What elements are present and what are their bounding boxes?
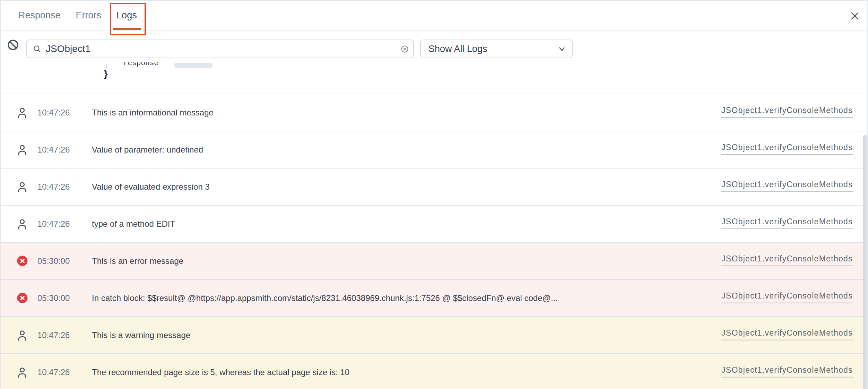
user-icon bbox=[17, 218, 27, 230]
log-source-link[interactable]: JSObject1.verifyConsoleMethods bbox=[721, 180, 853, 192]
tab-logs[interactable]: Logs bbox=[116, 0, 137, 30]
search-icon bbox=[33, 45, 41, 53]
log-message: This is an informational message bbox=[92, 108, 214, 118]
log-message: This is a warning message bbox=[92, 330, 190, 340]
log-source-link[interactable]: JSObject1.verifyConsoleMethods bbox=[721, 254, 853, 266]
log-row[interactable]: 10:47:26 This is an informational messag… bbox=[1, 94, 867, 131]
ban-icon bbox=[7, 39, 19, 51]
log-timestamp: 05:30:00 bbox=[37, 256, 70, 266]
log-message: Value of evaluated expression 3 bbox=[92, 182, 210, 192]
log-timestamp: 10:47:26 bbox=[37, 108, 70, 118]
log-filter-dropdown[interactable]: Show All Logs bbox=[420, 40, 573, 58]
clear-logs-button[interactable] bbox=[6, 38, 19, 51]
log-row[interactable]: 10:47:26 This is a warning message JSObj… bbox=[1, 317, 867, 354]
log-message: In catch block: $$result@ @https://app.a… bbox=[92, 293, 558, 303]
json-key-response: response bbox=[123, 62, 158, 67]
clear-search-icon[interactable] bbox=[401, 45, 409, 53]
tab-errors-label: Errors bbox=[76, 10, 102, 21]
log-timestamp: 10:47:26 bbox=[37, 145, 70, 155]
user-icon bbox=[17, 107, 27, 118]
log-timestamp: 10:47:26 bbox=[37, 219, 70, 229]
log-list: 10:47:26 This is an informational messag… bbox=[1, 94, 867, 389]
log-row[interactable]: 05:30:00 This is an error message JSObje… bbox=[1, 243, 867, 280]
log-row[interactable]: 10:47:26 The recommended page size is 5,… bbox=[1, 354, 867, 389]
log-message: The recommended page size is 5, whereas … bbox=[92, 368, 349, 377]
log-search-box bbox=[26, 40, 414, 58]
user-icon bbox=[17, 330, 27, 341]
logs-filter-bar: Show All Logs bbox=[1, 31, 867, 62]
search-input[interactable] bbox=[46, 43, 401, 54]
log-timestamp: 10:47:26 bbox=[37, 330, 70, 340]
log-source-link[interactable]: JSObject1.verifyConsoleMethods bbox=[721, 328, 853, 340]
collapsed-value-pill bbox=[174, 63, 213, 68]
log-message: Value of parameter: undefined bbox=[92, 145, 203, 155]
log-source-link[interactable]: JSObject1.verifyConsoleMethods bbox=[721, 105, 853, 118]
tab-errors[interactable]: Errors bbox=[76, 0, 102, 30]
log-source-link[interactable]: JSObject1.verifyConsoleMethods bbox=[721, 291, 853, 303]
log-timestamp: 05:30:00 bbox=[37, 293, 70, 303]
active-tab-underline bbox=[113, 28, 141, 30]
log-row[interactable]: 05:30:00 In catch block: $$result@ @http… bbox=[1, 280, 867, 317]
error-icon bbox=[17, 256, 28, 266]
log-source-link[interactable]: JSObject1.verifyConsoleMethods bbox=[721, 217, 853, 229]
scrollbar-thumb[interactable] bbox=[863, 135, 867, 389]
close-button[interactable] bbox=[848, 9, 862, 23]
user-icon bbox=[17, 181, 27, 192]
tab-logs-label: Logs bbox=[116, 10, 137, 21]
log-row[interactable]: 10:47:26 type of a method EDIT JSObject1… bbox=[1, 206, 867, 243]
log-row[interactable]: 10:47:26 Value of evaluated expression 3… bbox=[1, 168, 867, 206]
log-message: type of a method EDIT bbox=[92, 219, 175, 229]
log-message: This is an error message bbox=[92, 256, 183, 266]
debugger-tab-bar: Response Errors Logs bbox=[1, 1, 867, 31]
log-timestamp: 10:47:26 bbox=[37, 182, 70, 192]
tab-response-label: Response bbox=[18, 10, 61, 21]
user-icon bbox=[17, 367, 27, 378]
expanded-log-json-preview[interactable]: response } bbox=[1, 62, 867, 94]
tab-response[interactable]: Response bbox=[18, 0, 61, 30]
log-source-link[interactable]: JSObject1.verifyConsoleMethods bbox=[721, 365, 853, 377]
log-timestamp: 10:47:26 bbox=[37, 368, 70, 377]
log-filter-selected-value: Show All Logs bbox=[428, 44, 487, 54]
error-icon bbox=[17, 293, 28, 303]
json-closing-brace: } bbox=[103, 69, 108, 80]
user-icon bbox=[17, 144, 27, 155]
log-source-link[interactable]: JSObject1.verifyConsoleMethods bbox=[721, 142, 853, 155]
close-icon bbox=[851, 12, 859, 20]
chevron-down-icon bbox=[557, 44, 566, 53]
log-row[interactable]: 10:47:26 Value of parameter: undefined J… bbox=[1, 131, 867, 168]
debugger-panel: Response Errors Logs bbox=[0, 0, 868, 389]
